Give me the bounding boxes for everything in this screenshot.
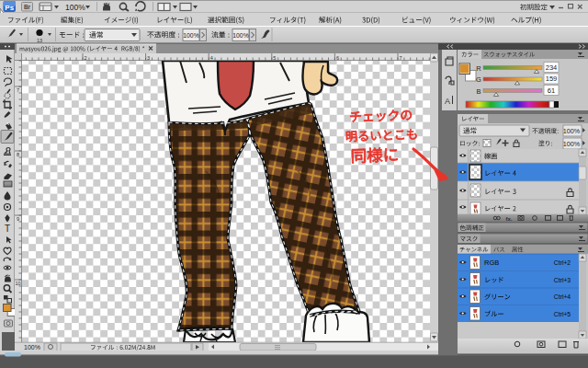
- svg-text:7: 7: [400, 55, 402, 61]
- svg-text:RGB: RGB: [484, 259, 499, 267]
- svg-text:Ctrl+4: Ctrl+4: [554, 293, 571, 300]
- svg-text:4: 4: [210, 55, 213, 61]
- svg-text:Br: Br: [24, 4, 31, 10]
- svg-text:Ctrl+3: Ctrl+3: [554, 277, 571, 283]
- svg-text:Ps: Ps: [5, 4, 14, 12]
- svg-text:100%: 100%: [232, 32, 248, 39]
- svg-text:159: 159: [546, 75, 558, 83]
- svg-text:100%: 100%: [563, 140, 581, 148]
- svg-text:A: A: [445, 97, 450, 106]
- svg-text:B: B: [476, 87, 481, 96]
- svg-text:9: 9: [17, 216, 19, 222]
- svg-text:234: 234: [546, 63, 558, 72]
- svg-text:G: G: [476, 75, 481, 84]
- svg-text:5: 5: [273, 55, 276, 61]
- svg-text:Ctrl+5: Ctrl+5: [554, 311, 571, 317]
- svg-text:7: 7: [17, 87, 19, 93]
- svg-text:10: 10: [15, 281, 20, 286]
- svg-text:100%: 100%: [65, 3, 85, 12]
- svg-text:100%: 100%: [183, 32, 198, 39]
- svg-text:T: T: [5, 224, 10, 234]
- svg-text:Ctrl+2: Ctrl+2: [554, 259, 571, 266]
- svg-text:61: 61: [548, 86, 555, 95]
- svg-text:R: R: [476, 64, 481, 73]
- svg-text:13: 13: [37, 38, 42, 43]
- svg-text:100%: 100%: [24, 344, 40, 351]
- svg-text:3: 3: [147, 55, 150, 61]
- svg-text:100%: 100%: [563, 127, 581, 135]
- svg-text:fx.: fx.: [505, 216, 512, 222]
- svg-text:2: 2: [85, 55, 87, 61]
- svg-text:8: 8: [17, 152, 19, 157]
- svg-text:6: 6: [336, 55, 339, 61]
